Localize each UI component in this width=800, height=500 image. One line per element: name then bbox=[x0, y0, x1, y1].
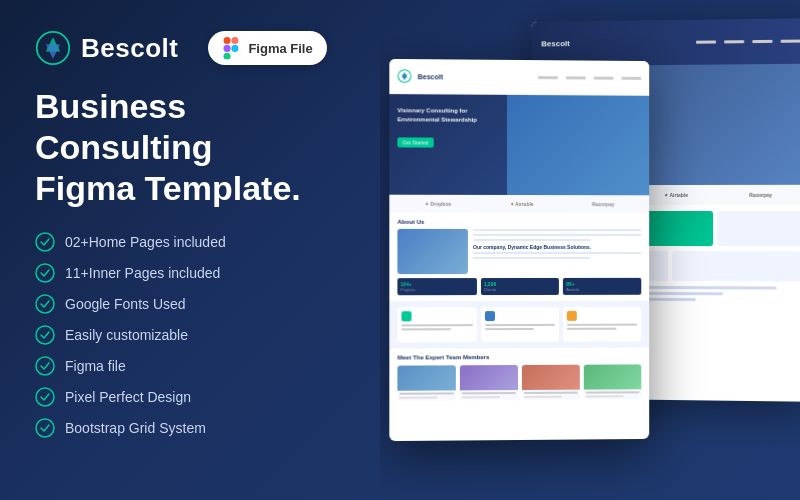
team-role bbox=[462, 396, 500, 398]
svg-rect-1 bbox=[224, 37, 231, 44]
team-grid bbox=[397, 364, 641, 400]
team-role bbox=[586, 395, 623, 397]
team-section-title: Meet The Expert Team Members bbox=[397, 353, 641, 360]
partner-name: ✦ Airtable bbox=[510, 201, 534, 207]
team-photo bbox=[460, 365, 518, 390]
team-info bbox=[460, 390, 518, 400]
about-text-col: Our company, Dynamic Edge Business Solut… bbox=[473, 229, 641, 274]
team-name bbox=[586, 391, 640, 393]
stat-item-3: 99+ Awards bbox=[563, 278, 641, 295]
main-title: Business Consulting Figma Template. bbox=[35, 86, 345, 208]
partner-logo: Razorpay bbox=[749, 192, 772, 198]
service-card-3 bbox=[563, 307, 641, 342]
nav-link bbox=[621, 76, 641, 79]
team-card-3 bbox=[522, 365, 580, 400]
service-text bbox=[567, 328, 616, 330]
partner-logo: ✦ Airtable bbox=[664, 192, 688, 198]
svg-point-11 bbox=[36, 388, 54, 406]
team-card-2 bbox=[460, 365, 518, 400]
back-card-light bbox=[717, 211, 800, 246]
mockup-front-logo: Bescolt bbox=[418, 73, 443, 80]
mockup-front-cta: Get Started bbox=[397, 137, 433, 147]
feature-text-7: Bootstrap Grid System bbox=[65, 420, 206, 436]
service-icon bbox=[567, 311, 577, 321]
mockup-front: Bescolt Visionary Consulting for Environ… bbox=[389, 59, 649, 441]
list-item: Figma file bbox=[35, 356, 345, 376]
mockup-front-team: Meet The Expert Team Members bbox=[389, 347, 649, 406]
service-icon bbox=[485, 311, 495, 321]
left-panel: Bescolt Figma File Business Consulting F… bbox=[0, 0, 380, 500]
list-item: 11+Inner Pages included bbox=[35, 263, 345, 283]
right-panel: Bescolt Achieve Big Dreams Access Custom… bbox=[380, 0, 800, 500]
nav-link bbox=[538, 76, 558, 79]
check-icon-2 bbox=[35, 263, 55, 283]
mockup-about-row: Our company, Dynamic Edge Business Solut… bbox=[397, 229, 641, 274]
mockup-back-nav bbox=[696, 40, 800, 44]
svg-point-9 bbox=[36, 326, 54, 344]
stat-label-1: Projects bbox=[400, 287, 473, 292]
list-item: Pixel Perfect Design bbox=[35, 387, 345, 407]
main-container: Bescolt Figma File Business Consulting F… bbox=[0, 0, 800, 500]
feature-text-2: 11+Inner Pages included bbox=[65, 265, 220, 281]
front-logo-icon bbox=[397, 69, 411, 83]
svg-point-10 bbox=[36, 357, 54, 375]
content-block bbox=[672, 251, 800, 282]
mockup-about-title: About Us bbox=[397, 219, 641, 225]
nav-link bbox=[724, 40, 744, 43]
mockup-back-header: Bescolt bbox=[531, 18, 800, 66]
check-icon-7 bbox=[35, 418, 55, 438]
team-name bbox=[462, 392, 516, 394]
svg-point-6 bbox=[36, 233, 54, 251]
svg-rect-3 bbox=[224, 45, 231, 52]
brand-logo-icon bbox=[35, 30, 71, 66]
list-item: Google Fonts Used bbox=[35, 294, 345, 314]
stat-item-1: 104+ Projects bbox=[397, 278, 476, 295]
text-decoration bbox=[473, 234, 641, 236]
partner-name: Razorpay bbox=[592, 201, 614, 207]
text-decoration bbox=[473, 239, 591, 241]
check-icon-6 bbox=[35, 387, 55, 407]
mockup-front-about: About Us Our company, Dynamic Edge Busin… bbox=[389, 213, 649, 302]
team-card-4 bbox=[584, 364, 641, 399]
feature-text-6: Pixel Perfect Design bbox=[65, 389, 191, 405]
team-photo bbox=[522, 365, 580, 390]
feature-text-4: Easily customizable bbox=[65, 327, 188, 343]
team-card-1 bbox=[397, 365, 455, 400]
mockup-back-hero-image bbox=[642, 64, 800, 185]
team-info bbox=[584, 389, 641, 399]
partner-name: ✦ Dropbox bbox=[425, 201, 451, 207]
service-text bbox=[485, 324, 556, 326]
mockup-front-nav bbox=[538, 76, 641, 80]
svg-point-7 bbox=[36, 264, 54, 282]
services-grid bbox=[397, 307, 641, 343]
team-role bbox=[399, 397, 437, 399]
stat-label-2: Clients bbox=[484, 287, 557, 292]
team-name bbox=[524, 392, 578, 394]
nav-link bbox=[594, 76, 614, 79]
stat-item-2: 1,206 Clients bbox=[481, 278, 560, 295]
service-card-1 bbox=[397, 307, 476, 342]
team-info bbox=[397, 390, 455, 400]
feature-list: 02+Home Pages included 11+Inner Pages in… bbox=[35, 232, 345, 438]
mockup-front-header: Bescolt bbox=[389, 59, 649, 96]
mockup-front-hero: Visionary Consulting for Environmental S… bbox=[389, 94, 649, 195]
figma-badge: Figma File bbox=[208, 31, 326, 65]
team-info bbox=[522, 390, 580, 400]
list-item: Bootstrap Grid System bbox=[35, 418, 345, 438]
svg-point-12 bbox=[36, 419, 54, 437]
nav-link bbox=[696, 40, 716, 43]
about-image bbox=[397, 229, 467, 274]
mockup-back-logo: Bescolt bbox=[541, 39, 569, 48]
service-text bbox=[485, 328, 534, 330]
mockup-front-partners: ✦ Dropbox ✦ Airtable Razorpay bbox=[389, 195, 649, 214]
check-icon-1 bbox=[35, 232, 55, 252]
svg-rect-2 bbox=[232, 37, 239, 44]
mockup-stats-row: 104+ Projects 1,206 Clients 99+ Awards bbox=[397, 278, 641, 295]
title-line2: Figma Template. bbox=[35, 169, 301, 207]
mockup-front-hero-image bbox=[507, 95, 649, 195]
text-decoration bbox=[473, 257, 591, 259]
stat-label-3: Awards bbox=[566, 287, 638, 292]
check-icon-4 bbox=[35, 325, 55, 345]
nav-link bbox=[781, 40, 800, 43]
text-decoration bbox=[473, 252, 641, 254]
